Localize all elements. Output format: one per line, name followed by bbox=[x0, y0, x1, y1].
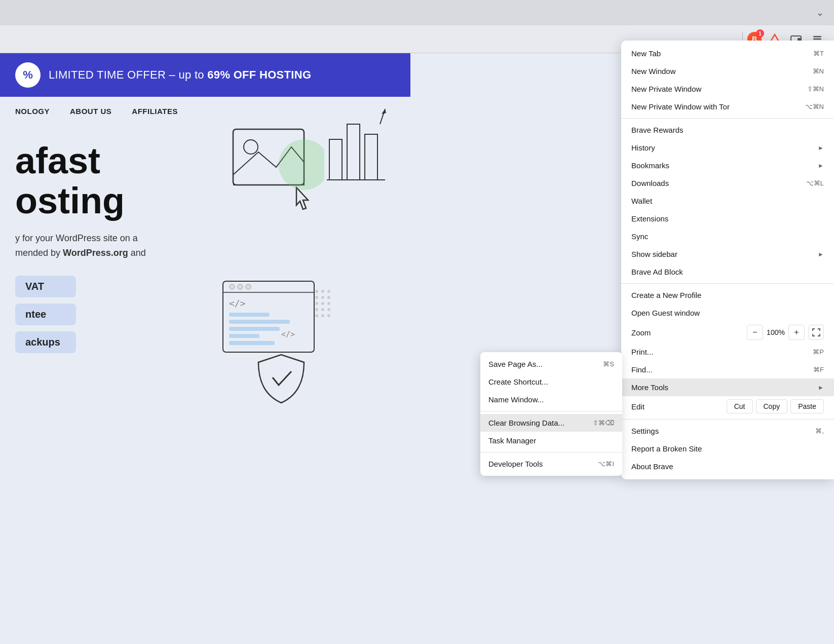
nav-item-nology[interactable]: NOLOGY bbox=[15, 107, 50, 116]
more-tools-save-page-label: Save Page As... bbox=[488, 360, 593, 368]
menu-item-open-guest[interactable]: Open Guest window bbox=[621, 304, 834, 322]
svg-point-21 bbox=[238, 284, 243, 289]
more-tools-save-page[interactable]: Save Page As... ⌘S bbox=[480, 355, 622, 373]
menu-item-new-private-window-label: New Private Window bbox=[631, 85, 797, 93]
offer-banner: % LIMITED TIME OFFER – up to 69% OFF HOS… bbox=[0, 53, 410, 97]
menu-item-bookmarks[interactable]: Bookmarks ► bbox=[621, 157, 834, 174]
menu-item-wallet[interactable]: Wallet bbox=[621, 192, 834, 210]
more-tools-name-window-label: Name Window... bbox=[488, 395, 614, 404]
more-tools-name-window[interactable]: Name Window... bbox=[480, 391, 622, 408]
menu-item-sync[interactable]: Sync bbox=[621, 228, 834, 245]
menu-item-new-private-tor[interactable]: New Private Window with Tor ⌥⌘N bbox=[621, 98, 834, 116]
svg-point-30 bbox=[315, 290, 318, 293]
more-tools-clear-browsing-label: Clear Browsing Data... bbox=[488, 419, 583, 427]
more-tools-task-manager[interactable]: Task Manager bbox=[480, 432, 622, 449]
menu-item-bookmarks-label: Bookmarks bbox=[631, 161, 815, 170]
menu-item-find-label: Find... bbox=[631, 365, 803, 374]
svg-point-41 bbox=[327, 308, 330, 311]
main-menu: New Tab ⌘T New Window ⌘N New Private Win… bbox=[621, 41, 834, 479]
menu-item-settings-shortcut: ⌘, bbox=[815, 427, 824, 435]
menu-item-new-tab[interactable]: New Tab ⌘T bbox=[621, 45, 834, 62]
menu-item-settings[interactable]: Settings ⌘, bbox=[621, 422, 834, 440]
zoom-row: Zoom − 100% + bbox=[621, 322, 834, 343]
bookmarks-arrow-icon: ► bbox=[818, 162, 824, 169]
menu-item-history[interactable]: History ► bbox=[621, 139, 834, 157]
zoom-fullscreen-button[interactable] bbox=[809, 325, 824, 340]
offer-text: LIMITED TIME OFFER – up to 69% OFF HOSTI… bbox=[49, 68, 311, 82]
hero-subtitle: y for your WordPress site on a mended by… bbox=[15, 231, 395, 260]
zoom-controls: − 100% + bbox=[747, 325, 824, 340]
nav-item-affiliates[interactable]: AFFILIATES bbox=[132, 107, 178, 116]
svg-rect-12 bbox=[329, 139, 342, 180]
zoom-label: Zoom bbox=[631, 328, 747, 337]
copy-button[interactable]: Copy bbox=[756, 399, 788, 413]
menu-item-more-tools-label: More Tools bbox=[631, 383, 815, 392]
menu-item-report-broken-label: Report a Broken Site bbox=[631, 444, 824, 453]
show-sidebar-arrow-icon: ► bbox=[818, 251, 824, 258]
svg-point-9 bbox=[244, 140, 258, 154]
menu-item-more-tools[interactable]: More Tools ► bbox=[621, 378, 834, 396]
page-content: % LIMITED TIME OFFER – up to 69% OFF HOS… bbox=[0, 53, 410, 644]
menu-item-history-label: History bbox=[631, 143, 815, 152]
more-tools-create-shortcut-label: Create Shortcut... bbox=[488, 377, 614, 386]
menu-item-extensions-label: Extensions bbox=[631, 214, 824, 223]
history-arrow-icon: ► bbox=[818, 144, 824, 151]
menu-item-show-sidebar[interactable]: Show sidebar ► bbox=[621, 245, 834, 263]
menu-item-open-guest-label: Open Guest window bbox=[631, 309, 824, 317]
nav-item-about[interactable]: ABOUT US bbox=[70, 107, 111, 116]
menu-divider-1 bbox=[621, 118, 834, 119]
menu-item-settings-label: Settings bbox=[631, 427, 805, 435]
svg-rect-27 bbox=[229, 334, 259, 338]
badge-ntee: ntee bbox=[15, 304, 76, 325]
menu-item-new-window-label: New Window bbox=[631, 67, 803, 75]
paste-button[interactable]: Paste bbox=[790, 399, 824, 413]
illustration-image-icon bbox=[223, 119, 324, 210]
menu-item-about-brave[interactable]: About Brave bbox=[621, 458, 834, 475]
menu-item-new-window[interactable]: New Window ⌘N bbox=[621, 62, 834, 80]
svg-point-40 bbox=[321, 308, 324, 311]
offer-icon: % bbox=[15, 62, 41, 88]
svg-rect-5 bbox=[813, 36, 821, 37]
more-tools-create-shortcut[interactable]: Create Shortcut... bbox=[480, 373, 622, 391]
menu-item-brave-ad-block[interactable]: Brave Ad Block bbox=[621, 263, 834, 281]
svg-rect-24 bbox=[229, 313, 270, 317]
menu-item-new-tab-shortcut: ⌘T bbox=[813, 50, 824, 57]
svg-point-11 bbox=[279, 139, 324, 190]
more-tools-clear-browsing-shortcut: ⇧⌘⌫ bbox=[593, 419, 614, 427]
more-tools-developer-tools-label: Developer Tools bbox=[488, 460, 588, 468]
svg-point-34 bbox=[321, 296, 324, 299]
svg-marker-17 bbox=[382, 109, 386, 114]
svg-point-31 bbox=[321, 290, 324, 293]
svg-point-20 bbox=[230, 284, 235, 289]
menu-item-extensions[interactable]: Extensions bbox=[621, 210, 834, 228]
cut-button[interactable]: Cut bbox=[727, 399, 753, 413]
menu-item-new-private-window-shortcut: ⇧⌘N bbox=[807, 85, 824, 93]
svg-point-22 bbox=[246, 284, 251, 289]
menu-item-wallet-label: Wallet bbox=[631, 197, 824, 205]
svg-rect-6 bbox=[813, 39, 821, 40]
svg-point-37 bbox=[321, 302, 324, 305]
zoom-plus-button[interactable]: + bbox=[788, 325, 805, 340]
zoom-minus-button[interactable]: − bbox=[747, 325, 763, 340]
svg-point-43 bbox=[321, 314, 324, 317]
badge-count: 1 bbox=[756, 29, 764, 37]
svg-rect-13 bbox=[347, 124, 360, 180]
menu-item-create-profile-label: Create a New Profile bbox=[631, 291, 824, 299]
menu-item-find-shortcut: ⌘F bbox=[813, 366, 824, 373]
menu-item-print[interactable]: Print... ⌘P bbox=[621, 343, 834, 361]
menu-item-new-tab-label: New Tab bbox=[631, 49, 803, 58]
more-tools-developer-tools-shortcut: ⌥⌘I bbox=[598, 460, 614, 468]
menu-item-create-profile[interactable]: Create a New Profile bbox=[621, 286, 834, 304]
svg-text:</>: </> bbox=[281, 330, 295, 339]
menu-item-report-broken[interactable]: Report a Broken Site bbox=[621, 440, 834, 458]
more-tools-divider-1 bbox=[480, 411, 622, 411]
menu-item-brave-rewards[interactable]: Brave Rewards bbox=[621, 121, 834, 139]
more-tools-menu: Save Page As... ⌘S Create Shortcut... Na… bbox=[480, 352, 622, 476]
menu-item-new-private-window[interactable]: New Private Window ⇧⌘N bbox=[621, 80, 834, 98]
more-tools-clear-browsing[interactable]: Clear Browsing Data... ⇧⌘⌫ bbox=[480, 414, 622, 432]
browser-chrome: ⌄ bbox=[0, 0, 834, 25]
menu-item-downloads[interactable]: Downloads ⌥⌘L bbox=[621, 174, 834, 192]
menu-item-find[interactable]: Find... ⌘F bbox=[621, 361, 834, 378]
illustration-code-shield: </> </> bbox=[218, 276, 345, 408]
more-tools-developer-tools[interactable]: Developer Tools ⌥⌘I bbox=[480, 455, 622, 473]
